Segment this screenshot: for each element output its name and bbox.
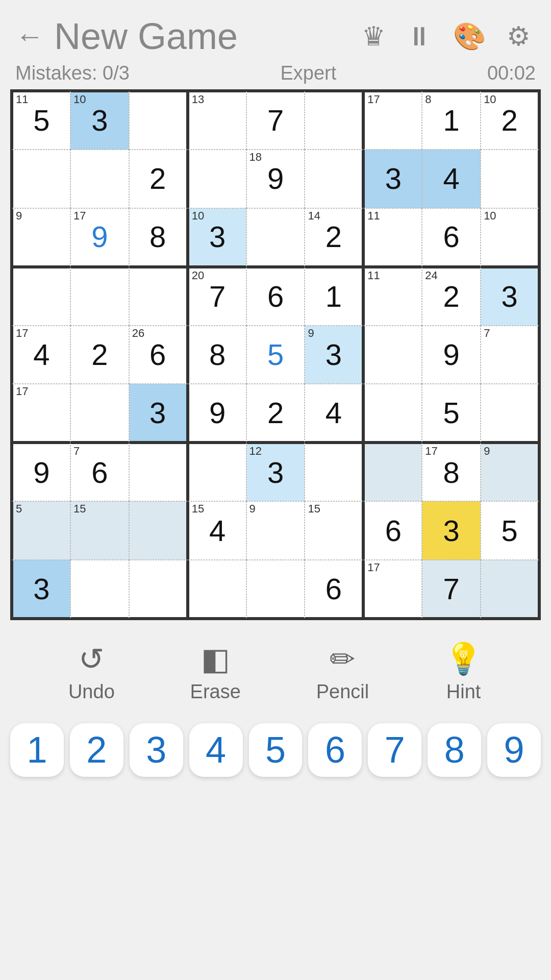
- number-button-3[interactable]: 3: [130, 723, 183, 777]
- pencil-button[interactable]: ✏ Pencil: [316, 641, 369, 703]
- back-button[interactable]: ←: [15, 22, 44, 51]
- cell[interactable]: 93: [305, 326, 363, 384]
- cell[interactable]: [246, 208, 305, 267]
- cell[interactable]: 9: [246, 501, 305, 560]
- cell[interactable]: 3: [422, 501, 481, 560]
- cell[interactable]: 11: [363, 267, 422, 326]
- number-button-9[interactable]: 9: [487, 723, 541, 777]
- cell[interactable]: 154: [188, 501, 246, 560]
- cell[interactable]: 17: [12, 384, 70, 443]
- cell[interactable]: [481, 560, 539, 619]
- cell[interactable]: [363, 384, 422, 443]
- cell[interactable]: 242: [422, 267, 481, 326]
- cell[interactable]: 7: [481, 326, 539, 384]
- cell[interactable]: 5: [422, 384, 481, 443]
- cell[interactable]: 9: [481, 443, 539, 501]
- cage-number: 17: [367, 94, 380, 105]
- cell[interactable]: [188, 560, 246, 619]
- cell[interactable]: 15: [70, 501, 129, 560]
- cell[interactable]: 179: [70, 208, 129, 267]
- cell[interactable]: 17: [363, 560, 422, 619]
- cell[interactable]: 9: [422, 326, 481, 384]
- cell[interactable]: 4: [305, 384, 363, 443]
- settings-icon[interactable]: ⚙: [507, 21, 531, 52]
- cell[interactable]: [70, 384, 129, 443]
- cell[interactable]: 5: [481, 501, 539, 560]
- cell[interactable]: 17: [363, 91, 422, 150]
- cell[interactable]: 1: [305, 267, 363, 326]
- cell[interactable]: 207: [188, 267, 246, 326]
- cell[interactable]: 7: [422, 560, 481, 619]
- erase-button[interactable]: ◧ Erase: [190, 641, 241, 703]
- number-button-6[interactable]: 6: [308, 723, 362, 777]
- cell[interactable]: 9: [12, 208, 70, 267]
- cell[interactable]: [188, 443, 246, 501]
- cell[interactable]: 189: [246, 150, 305, 208]
- cell[interactable]: 115: [12, 91, 70, 150]
- cell[interactable]: [129, 267, 188, 326]
- number-button-5[interactable]: 5: [249, 723, 303, 777]
- cell[interactable]: [129, 443, 188, 501]
- number-button-2[interactable]: 2: [70, 723, 123, 777]
- cell[interactable]: 7: [246, 91, 305, 150]
- cell[interactable]: 3: [481, 267, 539, 326]
- cell[interactable]: 81: [422, 91, 481, 150]
- cell[interactable]: 4: [422, 150, 481, 208]
- cell[interactable]: [129, 501, 188, 560]
- cell[interactable]: 5: [12, 501, 70, 560]
- cell[interactable]: 9: [188, 384, 246, 443]
- cell[interactable]: [246, 560, 305, 619]
- number-button-4[interactable]: 4: [189, 723, 243, 777]
- number-button-8[interactable]: 8: [428, 723, 481, 777]
- cell[interactable]: [12, 150, 70, 208]
- cell[interactable]: 8: [188, 326, 246, 384]
- cell[interactable]: 9: [12, 443, 70, 501]
- cell[interactable]: 2: [70, 326, 129, 384]
- cell[interactable]: [70, 267, 129, 326]
- cell[interactable]: 6: [305, 560, 363, 619]
- cell[interactable]: 2: [129, 150, 188, 208]
- cell[interactable]: [305, 91, 363, 150]
- undo-button[interactable]: ↺ Undo: [68, 641, 115, 703]
- cell[interactable]: 15: [305, 501, 363, 560]
- cell[interactable]: 6: [246, 267, 305, 326]
- cell[interactable]: 6: [422, 208, 481, 267]
- cell[interactable]: 103: [70, 91, 129, 150]
- pause-icon[interactable]: ⏸: [406, 21, 433, 52]
- cell[interactable]: [70, 150, 129, 208]
- cell[interactable]: [305, 150, 363, 208]
- cell[interactable]: 102: [481, 91, 539, 150]
- cell[interactable]: [363, 443, 422, 501]
- cell[interactable]: [129, 560, 188, 619]
- cell[interactable]: [481, 384, 539, 443]
- cell[interactable]: 10: [481, 208, 539, 267]
- cell[interactable]: 123: [246, 443, 305, 501]
- cell[interactable]: [70, 560, 129, 619]
- cell[interactable]: [12, 267, 70, 326]
- cell[interactable]: [481, 150, 539, 208]
- cell[interactable]: [305, 443, 363, 501]
- cell[interactable]: 5: [246, 326, 305, 384]
- cell[interactable]: 6: [363, 501, 422, 560]
- hint-button[interactable]: 💡 Hint: [444, 641, 483, 703]
- crown-icon[interactable]: ♛: [362, 21, 386, 52]
- cell[interactable]: [188, 150, 246, 208]
- cell[interactable]: 3: [129, 384, 188, 443]
- cell[interactable]: 2: [246, 384, 305, 443]
- cell[interactable]: 3: [12, 560, 70, 619]
- cell[interactable]: 76: [70, 443, 129, 501]
- cell[interactable]: [129, 91, 188, 150]
- cell[interactable]: 142: [305, 208, 363, 267]
- palette-icon[interactable]: 🎨: [453, 21, 486, 52]
- number-button-1[interactable]: 1: [10, 723, 64, 777]
- cell[interactable]: 103: [188, 208, 246, 267]
- cell[interactable]: 11: [363, 208, 422, 267]
- cell[interactable]: 8: [129, 208, 188, 267]
- cell[interactable]: 178: [422, 443, 481, 501]
- cell[interactable]: 13: [188, 91, 246, 150]
- cell[interactable]: 174: [12, 326, 70, 384]
- cell[interactable]: 266: [129, 326, 188, 384]
- number-button-7[interactable]: 7: [368, 723, 421, 777]
- cell[interactable]: [363, 326, 422, 384]
- cell[interactable]: 3: [363, 150, 422, 208]
